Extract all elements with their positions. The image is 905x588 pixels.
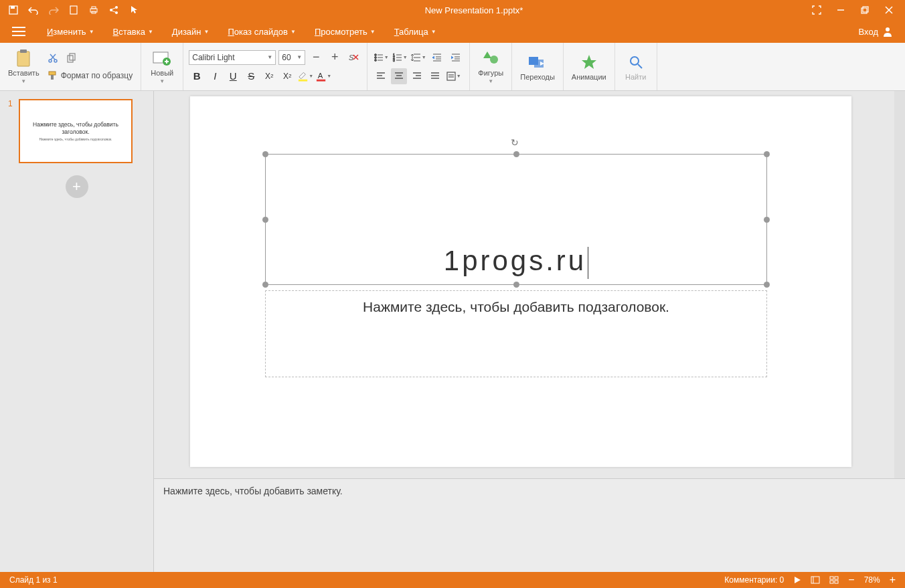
font-size-select[interactable]: 60▼ [278,50,305,65]
svg-point-19 [49,60,52,62]
print-icon[interactable] [88,5,99,15]
superscript-button[interactable]: X2 [279,68,295,84]
svg-rect-1 [11,6,15,9]
shapes-button[interactable]: Фигуры▼ [475,47,506,86]
view-sorter-icon[interactable] [829,576,839,584]
title-textbox[interactable]: ↻ 1progs.ru [265,154,767,285]
clear-format-icon[interactable]: S [345,50,361,66]
menubar: Изменить▼ Вставка▼ Дизайн▼ Показ слайдов… [0,20,905,43]
svg-point-20 [54,60,57,62]
italic-button[interactable]: I [207,68,223,84]
close-icon[interactable] [884,5,894,15]
svg-rect-84 [830,581,833,583]
share-icon[interactable] [108,5,119,15]
rotate-handle-icon[interactable]: ↻ [511,137,519,148]
svg-rect-12 [861,8,867,13]
menu-edit[interactable]: Изменить▼ [37,23,104,41]
bullet-list-button[interactable]: ▼ [373,50,389,66]
undo-icon[interactable] [28,5,39,15]
maximize-icon[interactable] [859,5,870,15]
slide[interactable]: ↻ 1progs.ru Нажмите здесь, чтобы добавит… [190,96,851,467]
format-painter-button[interactable]: Формат по образцу [45,68,136,84]
menu-view[interactable]: Просмотреть▼ [305,23,385,41]
resize-handle[interactable] [262,217,268,223]
new-doc-icon[interactable] [68,5,79,15]
vertical-scrollbar[interactable] [894,91,905,478]
font-name-select[interactable]: Calibri Light▼ [189,50,276,65]
titlebar: New Presentation 1.pptx* [0,0,905,20]
slide-panel: 1 Нажмите здесь, чтобы добавить заголово… [0,91,154,572]
font-increase-icon[interactable]: + [327,50,343,66]
align-left-button[interactable] [373,68,389,84]
fullscreen-icon[interactable] [811,5,822,15]
slide-thumbnail[interactable]: Нажмите здесь, чтобы добавить заголовок.… [19,99,133,163]
notes-pane[interactable]: Нажмите здесь, чтобы добавить заметку. [154,478,905,572]
resize-handle[interactable] [262,282,268,288]
align-justify-button[interactable] [427,68,443,84]
svg-rect-17 [17,52,29,66]
subtitle-textbox[interactable]: Нажмите здесь, чтобы добавить подзаголов… [265,290,767,377]
status-bar: Слайд 1 из 1 Комментарии: 0 − 78% + [0,572,905,588]
resize-handle[interactable] [513,151,519,157]
window-title: New Presentation 1.pptx* [147,5,801,15]
menu-slideshow[interactable]: Показ слайдов▼ [218,23,305,41]
resize-handle[interactable] [764,282,770,288]
title-text[interactable]: 1progs.ru [266,245,766,279]
transitions-button[interactable]: Переходы [517,52,558,82]
copy-icon[interactable] [64,50,80,66]
slide-canvas[interactable]: ↻ 1progs.ru Нажмите здесь, чтобы добавит… [154,91,905,478]
svg-rect-25 [49,72,56,75]
svg-rect-85 [835,581,838,583]
resize-handle[interactable] [513,282,519,288]
strike-button[interactable]: S [243,68,259,84]
zoom-level[interactable]: 78% [864,575,880,585]
cut-icon[interactable] [45,50,61,66]
svg-text:3: 3 [393,58,395,62]
svg-text:S: S [349,54,354,62]
align-right-button[interactable] [409,68,425,84]
svg-rect-83 [835,577,838,579]
svg-rect-26 [51,75,54,80]
subscript-button[interactable]: X2 [261,68,277,84]
login-button[interactable]: Вход [852,22,900,41]
line-spacing-button[interactable]: ▼ [410,50,426,66]
shapes-icon [481,49,500,68]
vertical-align-button[interactable]: ▼ [445,68,461,84]
indent-button[interactable] [448,50,464,66]
main-area: 1 Нажмите здесь, чтобы добавить заголово… [0,91,905,572]
add-slide-button[interactable]: + [66,175,88,198]
paste-button[interactable]: Вставить▼ [5,47,42,86]
save-icon[interactable] [8,5,19,15]
new-slide-button[interactable]: Новый▼ [147,47,177,86]
find-button[interactable]: Найти [621,52,651,82]
hamburger-icon[interactable] [12,27,25,36]
play-icon[interactable] [793,576,801,584]
menu-design[interactable]: Дизайн▼ [163,23,219,41]
redo-icon[interactable] [48,5,59,15]
align-center-button[interactable] [391,68,407,84]
resize-handle[interactable] [764,217,770,223]
minimize-icon[interactable] [835,5,846,15]
zoom-out-button[interactable]: − [848,574,854,586]
font-decrease-icon[interactable]: − [308,50,324,66]
svg-text:A: A [318,71,323,79]
svg-line-22 [50,54,55,60]
resize-handle[interactable] [764,151,770,157]
underline-button[interactable]: U [225,68,241,84]
svg-point-41 [374,59,376,61]
bold-button[interactable]: B [189,68,205,84]
resize-handle[interactable] [262,151,268,157]
animations-button[interactable]: Анимации [569,52,609,82]
zoom-in-button[interactable]: + [890,574,896,586]
outdent-button[interactable] [429,50,445,66]
svg-rect-18 [20,50,27,53]
svg-rect-36 [317,79,325,81]
view-normal-icon[interactable] [811,576,820,584]
number-list-button[interactable]: 123▼ [392,50,408,66]
cursor-icon[interactable] [129,5,139,15]
highlight-color-button[interactable]: ▼ [297,68,313,84]
comments-counter[interactable]: Комментарии: 0 [724,575,784,585]
menu-table[interactable]: Таблица▼ [385,23,446,41]
menu-insert[interactable]: Вставка▼ [104,23,163,41]
font-color-button[interactable]: A▼ [315,68,331,84]
